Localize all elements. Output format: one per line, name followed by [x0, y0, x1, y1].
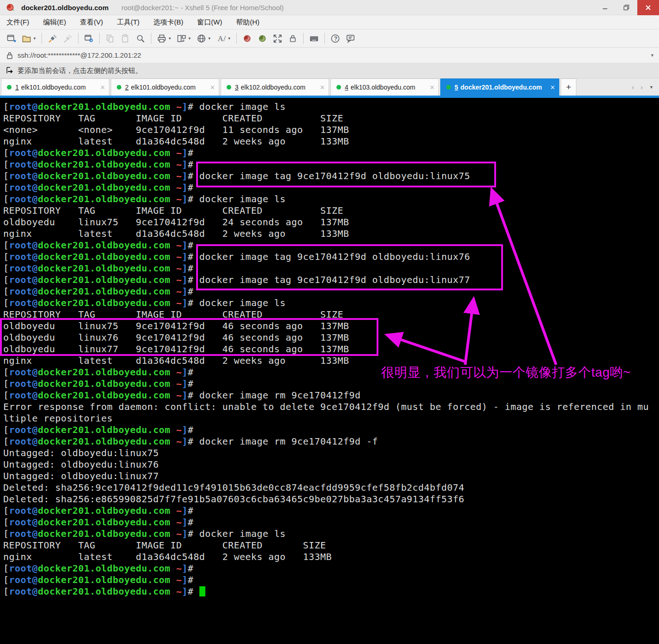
copy-button: [103, 32, 117, 45]
menu-item-4[interactable]: 选项卡(B): [153, 18, 183, 27]
terminal-command: docker image ls: [199, 101, 286, 112]
menu-item-0[interactable]: 文件(F): [6, 18, 29, 27]
terminal-output: [root@docker201.oldboyedu.com ~]# docker…: [3, 101, 659, 597]
dropdown-caret-icon[interactable]: ▼: [33, 36, 36, 41]
tab-scroll-right-button[interactable]: ›: [641, 83, 643, 91]
tab-close-icon[interactable]: ✕: [210, 84, 215, 91]
terminal-output-line: oldboyedu linux76 9ce170412f9d 46 second…: [3, 332, 659, 343]
prompt-part: ~: [176, 286, 182, 297]
minimize-button[interactable]: [594, 0, 616, 15]
connect-button[interactable]: [45, 32, 60, 45]
close-button[interactable]: [637, 0, 659, 15]
prompt-part: ]: [182, 263, 188, 274]
web-browser-button[interactable]: ▼: [194, 32, 213, 45]
tab-close-icon[interactable]: ✕: [320, 84, 325, 91]
print-button[interactable]: ▼: [155, 32, 174, 45]
prompt-part: [170, 563, 176, 574]
terminal-prompt-line: [root@docker201.oldboyedu.com ~]# docker…: [3, 274, 659, 286]
new-session-icon: [6, 33, 17, 44]
xagent-button[interactable]: [240, 32, 254, 45]
toolbar-separator: [151, 33, 151, 44]
prompt-part: root@: [9, 101, 38, 112]
prompt-part: #: [188, 436, 199, 447]
prompt-part: ]: [182, 390, 188, 401]
tab-close-icon[interactable]: ✕: [100, 84, 105, 91]
restore-button[interactable]: [616, 0, 637, 15]
terminal-text: <none> <none> 9ce170412f9d 11 seconds ag…: [3, 124, 349, 135]
address-dropdown-icon[interactable]: ▼: [650, 53, 654, 58]
font-button[interactable]: A▼: [214, 32, 233, 45]
terminal-text: oldboyedu linux77 9ce170412f9d 46 second…: [3, 343, 349, 355]
dropdown-caret-icon[interactable]: ▼: [188, 36, 192, 41]
prompt-part: root@: [9, 424, 38, 435]
dropdown-caret-icon[interactable]: ▼: [168, 36, 172, 41]
fullscreen-button[interactable]: [270, 32, 285, 45]
prompt-part: [: [3, 424, 9, 435]
tab-scroll-left-button[interactable]: ‹: [632, 83, 634, 91]
lock-screen-button[interactable]: [286, 32, 300, 45]
menu-item-2[interactable]: 查看(V): [80, 18, 103, 27]
session-tab-5[interactable]: 5docker201.oldboyedu.com✕: [440, 78, 559, 96]
prompt-part: ~: [176, 586, 182, 597]
xftp-button[interactable]: [255, 32, 270, 45]
open-session-button[interactable]: ▼: [19, 32, 38, 45]
prompt-part: root@: [9, 574, 38, 585]
tab-list-dropdown-icon[interactable]: ▼: [649, 85, 653, 90]
tab-close-icon[interactable]: ✕: [430, 84, 435, 91]
terminal-output-line: Error response from daemon: conflict: un…: [3, 401, 659, 413]
session-properties-button[interactable]: [82, 32, 96, 45]
screen-layout-button[interactable]: ▼: [174, 32, 193, 45]
session-tab-1[interactable]: 1elk101.oldboyedu.com✕: [1, 78, 109, 96]
feedback-button[interactable]: [343, 32, 358, 45]
prompt-part: ~: [176, 170, 182, 181]
font-icon: A: [216, 33, 227, 44]
dropdown-caret-icon[interactable]: ▼: [228, 36, 231, 41]
prompt-part: [170, 240, 176, 251]
session-tab-2[interactable]: 2elk101.oldboyedu.com✕: [111, 78, 219, 96]
session-status-icon: [227, 85, 231, 90]
dropdown-caret-icon[interactable]: ▼: [208, 36, 211, 41]
session-tab-3[interactable]: 3elk102.oldboyedu.com✕: [221, 78, 329, 96]
lock-screen-icon: [288, 33, 298, 44]
terminal-prompt-line: [root@docker201.oldboyedu.com ~]#: [3, 574, 659, 586]
prompt-part: root@: [9, 390, 38, 401]
new-session-button[interactable]: [4, 32, 18, 45]
terminal-prompt-line: [root@docker201.oldboyedu.com ~]#: [3, 586, 659, 597]
help-button[interactable]: ?: [328, 32, 342, 45]
session-tab-4[interactable]: 4elk103.oldboyedu.com✕: [330, 78, 439, 96]
prompt-part: [170, 159, 176, 170]
address-url[interactable]: ssh://root:************@172.200.1.201:22: [18, 51, 650, 59]
prompt-part: docker201.oldboyedu.com: [38, 170, 170, 181]
prompt-part: ]: [182, 424, 188, 435]
prompt-part: [: [3, 193, 9, 205]
terminal[interactable]: [root@docker201.oldboyedu.com ~]# docker…: [0, 98, 659, 644]
menu-item-5[interactable]: 窗口(W): [197, 18, 222, 27]
address-bar[interactable]: ssh://root:************@172.200.1.201:22…: [0, 48, 659, 63]
prompt-part: [: [3, 505, 9, 516]
tab-nav-controls: ‹›▼: [632, 78, 659, 96]
tab-close-icon[interactable]: ✕: [550, 84, 555, 91]
find-button[interactable]: [133, 32, 148, 45]
prompt-part: ~: [176, 147, 182, 158]
terminal-output-line: oldboyedu linux75 9ce170412f9d 24 second…: [3, 217, 659, 228]
terminal-text: nginx latest d1a364dc548d 2 weeks ago 13…: [3, 228, 349, 239]
prompt-part: docker201.oldboyedu.com: [38, 528, 170, 539]
new-tab-button[interactable]: +: [561, 78, 576, 96]
prompt-part: ]: [182, 528, 188, 539]
prompt-part: ~: [176, 193, 182, 205]
terminal-output-line: nginx latest d1a364dc548d 2 weeks ago 13…: [3, 551, 659, 563]
menu-item-1[interactable]: 编辑(E): [43, 18, 66, 27]
prompt-part: #: [188, 367, 199, 378]
virtual-keyboard-button[interactable]: [307, 32, 321, 45]
session-properties-icon: [84, 33, 94, 44]
prompt-part: [: [3, 563, 9, 574]
terminal-text: nginx latest d1a364dc548d 2 weeks ago 13…: [3, 355, 349, 366]
toolbar-separator: [42, 33, 42, 44]
menu-item-6[interactable]: 帮助(H): [236, 18, 259, 27]
prompt-part: docker201.oldboyedu.com: [38, 505, 170, 516]
prompt-part: [: [3, 436, 9, 447]
prompt-part: ]: [182, 286, 188, 297]
terminal-text: Deleted: sha256:9ce170412f9ded11c9f49101…: [3, 482, 464, 493]
prompt-part: root@: [9, 378, 38, 389]
menu-item-3[interactable]: 工具(T): [117, 18, 139, 27]
